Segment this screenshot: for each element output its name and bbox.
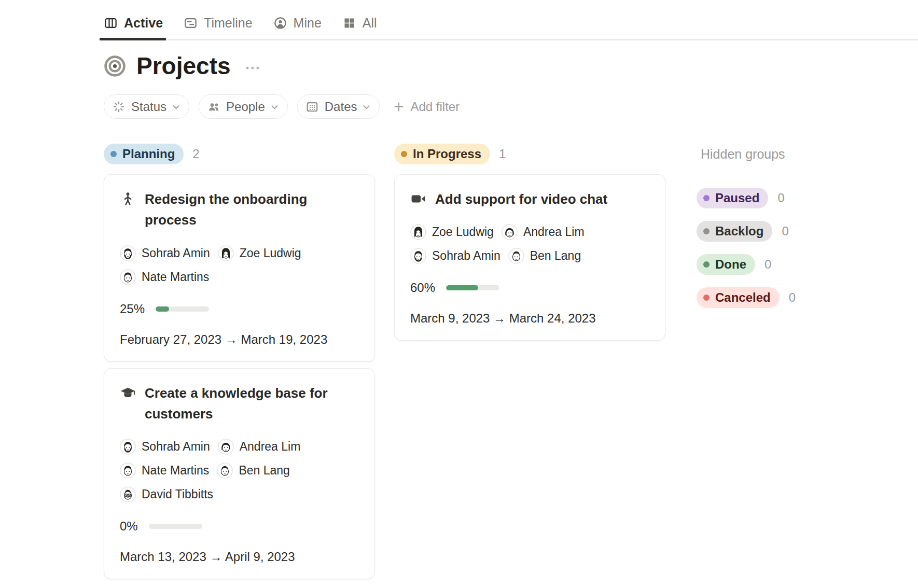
column-header: In Progress 1	[394, 144, 665, 164]
calendar-icon	[305, 100, 319, 114]
person-name: Ben Lang	[530, 249, 581, 263]
avatar	[218, 439, 234, 455]
person-figure-icon	[120, 191, 136, 207]
person-chip: Andrea Lim	[218, 439, 301, 455]
timeline-view-icon	[184, 16, 198, 30]
date-range: February 27, 2023 → March 19, 2023	[120, 332, 359, 347]
chevron-down-icon	[363, 105, 370, 110]
view-tab-bar: Active Timeline Mine All	[104, 0, 918, 40]
group-pill-planning[interactable]: Planning	[104, 144, 184, 164]
group-name: Canceled	[715, 290, 771, 305]
progress-bar	[156, 306, 209, 312]
progress-bar-fill	[446, 285, 478, 290]
person-chip: Nate Martins	[120, 269, 209, 285]
add-filter-button[interactable]: Add filter	[393, 100, 460, 114]
people-icon	[207, 100, 220, 114]
group-pill-backlog[interactable]: Backlog	[697, 221, 772, 242]
card-title: Add support for video chat	[435, 189, 607, 209]
kanban-board: Planning 2 Redesign the onboarding proce…	[104, 144, 918, 579]
status-dot	[703, 228, 710, 234]
more-options-button[interactable]	[244, 65, 262, 71]
person-chip: Zoe Ludwig	[218, 245, 301, 261]
hidden-group-row: Backlog 0	[697, 221, 868, 242]
group-pill-in-progress[interactable]: In Progress	[394, 144, 490, 164]
group-name: Done	[715, 257, 746, 272]
group-pill-paused[interactable]: Paused	[697, 188, 768, 208]
chevron-down-icon	[172, 105, 180, 110]
progress-bar	[446, 285, 499, 290]
person-chip: Nate Martins	[120, 463, 209, 479]
person-chip: Andrea Lim	[502, 224, 585, 240]
people-filter-button[interactable]: People	[199, 94, 288, 119]
person-name: Zoe Ludwig	[240, 246, 301, 260]
card-people: Zoe Ludwig Andrea Lim Sohrab Amin Ben La…	[410, 224, 649, 264]
filter-label: Status	[131, 100, 166, 114]
avatar	[120, 269, 136, 285]
avatar	[217, 463, 233, 479]
tab-label: All	[363, 16, 377, 31]
status-burst-icon	[112, 100, 126, 114]
group-name: In Progress	[413, 147, 481, 161]
progress-bar-fill	[156, 306, 169, 312]
status-dot	[703, 195, 710, 201]
group-name: Paused	[715, 191, 759, 205]
add-filter-label: Add filter	[410, 100, 460, 114]
column-planning: Planning 2 Redesign the onboarding proce…	[104, 144, 375, 579]
card-title-row: Redesign the onboarding process	[120, 189, 359, 231]
person-name: Sohrab Amin	[142, 440, 210, 454]
group-pill-done[interactable]: Done	[697, 254, 755, 275]
status-dot	[401, 151, 407, 157]
grid-view-icon	[342, 16, 356, 30]
card-knowledge-base[interactable]: Create a knowledge base for customers So…	[104, 368, 375, 580]
progress-percent: 25%	[120, 302, 145, 316]
tab-mine[interactable]: Mine	[273, 16, 322, 39]
person-chip: Zoe Ludwig	[410, 224, 494, 240]
page-title[interactable]: Projects	[136, 52, 231, 80]
graduation-cap-icon	[120, 385, 136, 401]
person-chip: Sohrab Amin	[410, 248, 500, 264]
tab-active[interactable]: Active	[104, 16, 163, 39]
avatar	[218, 245, 234, 261]
hidden-group-row: Done 0	[697, 254, 868, 275]
status-dot	[703, 261, 710, 268]
progress-row: 25%	[120, 302, 359, 316]
person-name: David Tibbitts	[142, 487, 213, 501]
person-name: Sohrab Amin	[142, 246, 210, 260]
person-circle-icon	[273, 16, 287, 30]
card-title-row: Create a knowledge base for customers	[120, 383, 359, 425]
person-name: Nate Martins	[142, 464, 209, 478]
hidden-group-row: Canceled 0	[697, 287, 868, 308]
person-name: Zoe Ludwig	[432, 225, 494, 239]
hidden-groups-title: Hidden groups	[697, 144, 868, 164]
person-name: Nate Martins	[142, 270, 209, 284]
group-count: 0	[789, 290, 796, 305]
person-name: Andrea Lim	[240, 440, 301, 454]
column-in-progress: In Progress 1 Add support for video chat…	[394, 144, 665, 341]
chevron-down-icon	[271, 105, 279, 110]
card-redesign-onboarding[interactable]: Redesign the onboarding process Sohrab A…	[104, 174, 375, 362]
person-chip: Sohrab Amin	[120, 439, 210, 455]
status-dot	[703, 295, 710, 301]
card-video-chat[interactable]: Add support for video chat Zoe Ludwig An…	[394, 174, 665, 341]
status-dot	[110, 151, 117, 157]
tab-all[interactable]: All	[342, 16, 377, 39]
person-chip: Sohrab Amin	[120, 245, 210, 261]
group-pill-canceled[interactable]: Canceled	[697, 287, 780, 308]
person-chip: David Tibbitts	[120, 486, 213, 502]
card-people: Sohrab Amin Andrea Lim Nate Martins Ben …	[120, 439, 359, 502]
status-filter-button[interactable]: Status	[104, 94, 189, 119]
date-range: March 9, 2023 → March 24, 2023	[410, 311, 649, 326]
ellipsis-icon	[244, 65, 262, 71]
tab-timeline[interactable]: Timeline	[184, 16, 253, 39]
hidden-group-row: Paused 0	[697, 188, 868, 208]
dates-filter-button[interactable]: Dates	[297, 94, 380, 119]
card-people: Sohrab Amin Zoe Ludwig Nate Martins	[120, 245, 359, 285]
filter-label: Dates	[325, 100, 357, 114]
avatar	[410, 224, 426, 240]
avatar	[120, 463, 136, 479]
target-icon	[104, 55, 126, 77]
progress-percent: 0%	[120, 519, 138, 534]
avatar	[120, 439, 136, 455]
avatar	[410, 248, 426, 264]
group-name: Planning	[122, 147, 175, 161]
